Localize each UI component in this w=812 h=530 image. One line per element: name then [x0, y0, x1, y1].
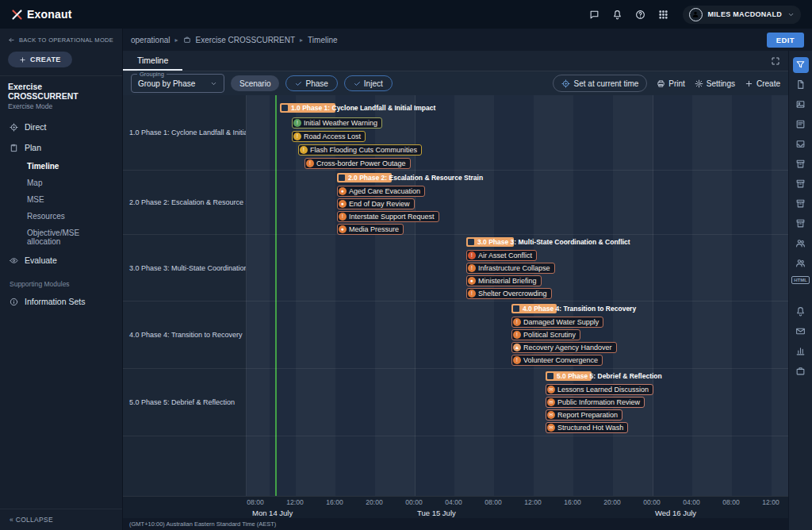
inject-pill[interactable]: !Cross-border Power Outage — [304, 158, 411, 169]
inject-pill[interactable]: ●End of Day Review — [337, 198, 415, 209]
sidebar-item-map[interactable]: Map — [0, 175, 122, 191]
help-icon[interactable] — [635, 10, 645, 20]
phase-bar-label: 1.0 Phase 1: Cyclone Landfall & Initial … — [291, 103, 435, 113]
notifications-icon[interactable] — [793, 303, 809, 319]
alert-inject-icon: ! — [513, 318, 521, 326]
alert-inject-icon: ! — [513, 356, 521, 364]
inject-pill[interactable]: ✉Report Preparation — [546, 409, 622, 421]
phase-bar-icon — [282, 105, 288, 111]
document-icon[interactable] — [793, 77, 809, 93]
sidebar-item-plan[interactable]: Plan — [0, 137, 122, 158]
inject-pill[interactable]: !Damaged Water Supply — [511, 317, 603, 328]
phase-bar[interactable]: 1.0 Phase 1: Cyclone Landfall & Initial … — [280, 103, 335, 113]
media-inject-icon: ● — [339, 225, 347, 233]
archive-icon-3[interactable] — [793, 196, 809, 212]
inject-pill[interactable]: ▲Recovery Agency Handover — [511, 342, 617, 353]
axis-hour-label: 16:00 — [564, 498, 580, 506]
alert-inject-icon: ! — [306, 159, 314, 167]
briefcase-icon[interactable] — [793, 363, 809, 378]
inject-pill[interactable]: !Air Asset Conflict — [466, 250, 537, 261]
archive-icon-4[interactable] — [793, 216, 809, 232]
phase-bar[interactable]: 4.0 Phase 4: Transition to Recovery — [511, 304, 557, 313]
back-label: BACK TO OPERATIONAL MODE — [19, 36, 113, 44]
inject-pill[interactable]: ✉Public Information Review — [546, 397, 645, 408]
tray-icon[interactable] — [793, 136, 809, 152]
timeline-group-label[interactable]: 5.0 Phase 5: Debrief & Reflection — [123, 369, 246, 436]
settings-button[interactable]: Settings — [695, 79, 735, 88]
users-icon-2[interactable] — [793, 255, 809, 271]
phase-bar[interactable]: 3.0 Phase 3: Multi-State Coordination & … — [466, 237, 514, 247]
sidebar-item-objective-mse-allocation[interactable]: Objective/MSE allocation — [0, 225, 122, 250]
image-icon[interactable] — [793, 97, 809, 113]
timeline-chart: 1.0 Phase 1: Cyclone Landfall & Initia..… — [123, 95, 788, 530]
user-menu[interactable]: MILES MACDONALD — [683, 6, 802, 24]
phase-bar-label: 4.0 Phase 4: Transition to Recovery — [523, 304, 636, 313]
report-icon[interactable] — [793, 343, 809, 359]
inject-pill[interactable]: !Shelter Overcrowding — [466, 288, 552, 299]
breadcrumb-exercise[interactable]: Exercise CROSSCURRENT — [196, 36, 296, 44]
fullscreen-icon[interactable] — [771, 56, 780, 66]
create-inject-button[interactable]: Create — [745, 79, 780, 88]
inject-label: Road Access Lost — [304, 132, 361, 140]
inject-pill[interactable]: !Road Access Lost — [292, 131, 366, 142]
toolbar-right: Set at current time Print Settings Creat… — [553, 75, 780, 92]
sidebar-item-resources[interactable]: Resources — [0, 208, 122, 225]
alert-inject-icon: ! — [339, 213, 347, 221]
breadcrumb-root[interactable]: operational — [131, 36, 170, 44]
conflict-inject-icon: ! — [468, 252, 476, 259]
mail-icon[interactable] — [793, 323, 809, 339]
inject-pill[interactable]: !Volunteer Convergence — [511, 355, 603, 366]
notifications-icon[interactable] — [612, 10, 622, 20]
inject-pill[interactable]: !Initial Weather Warning — [292, 117, 382, 129]
edit-button[interactable]: EDIT — [767, 33, 804, 48]
sidebar-item-mse[interactable]: MSE — [0, 191, 122, 208]
inject-pill[interactable]: ●Media Pressure — [337, 224, 404, 235]
set-at-current-time-button[interactable]: Set at current time — [553, 75, 648, 92]
filter-chip-phase[interactable]: Phase — [285, 75, 337, 91]
inject-pill[interactable]: ✉Structured Hot Wash — [546, 422, 628, 433]
sidebar-item-direct[interactable]: Direct — [0, 117, 122, 137]
phase-bar[interactable]: 5.0 Phase 5: Debrief & Reflection — [546, 371, 592, 381]
filter-chip-scenario[interactable]: Scenario — [231, 75, 279, 91]
users-icon[interactable] — [793, 236, 809, 252]
create-button[interactable]: CREATE — [8, 52, 72, 67]
back-to-operational-mode-button[interactable]: BACK TO OPERATIONAL MODE — [0, 29, 122, 48]
collapse-sidebar-button[interactable]: « COLLAPSE — [0, 509, 122, 530]
archive-icon[interactable] — [793, 156, 809, 172]
apps-icon[interactable] — [658, 10, 668, 20]
timeline-group-label[interactable]: 1.0 Phase 1: Cyclone Landfall & Initia..… — [123, 95, 246, 170]
main-content: Timeline Grouping Group by Phase Scenari… — [123, 51, 788, 530]
axis-hour-label: 20:00 — [366, 498, 382, 506]
sidebar-item-evaluate[interactable]: Evaluate — [0, 250, 122, 271]
archive-icon-2[interactable] — [793, 176, 809, 192]
timeline-group-track: 2.0 Phase 2: Escalation & Resource Strai… — [246, 171, 788, 234]
inject-pill[interactable]: ●Ministerial Briefing — [466, 275, 542, 286]
inject-label: Interstate Support Request — [349, 213, 435, 221]
timeline-group-label[interactable]: 4.0 Phase 4: Transition to Recovery — [123, 301, 246, 368]
inject-pill[interactable]: ●Aged Care Evacuation — [337, 186, 425, 197]
inject-pill[interactable]: ✉Lessons Learned Discussion — [546, 384, 653, 395]
phase-bar-icon — [547, 373, 553, 379]
avatar-icon — [689, 8, 703, 21]
sidebar-item-information-sets[interactable]: Information Sets — [0, 291, 122, 312]
print-button[interactable]: Print — [657, 79, 685, 88]
user-name: MILES MACDONALD — [708, 10, 783, 18]
inject-pill[interactable]: !Infrastructure Collapse — [466, 263, 555, 274]
timeline-group-label[interactable]: 3.0 Phase 3: Multi-State Coordination... — [123, 235, 246, 301]
inject-pill[interactable]: !Interstate Support Request — [337, 211, 439, 222]
timeline-group-label[interactable]: 2.0 Phase 2: Escalation & Resource S... — [123, 171, 246, 234]
current-time-icon — [561, 79, 570, 88]
inject-pill[interactable]: !Political Scrutiny — [511, 329, 580, 340]
sidebar-item-timeline[interactable]: Timeline — [0, 158, 122, 175]
html-icon[interactable]: HTML — [791, 276, 810, 284]
grouping-select[interactable]: Grouping Group by Phase — [131, 74, 224, 93]
filter-chip-inject[interactable]: Inject — [344, 75, 393, 91]
phase-bar[interactable]: 2.0 Phase 2: Escalation & Resource Strai… — [337, 173, 392, 182]
chip-label: Scenario — [239, 79, 270, 88]
tab-timeline[interactable]: Timeline — [123, 51, 182, 71]
panel-icon[interactable] — [793, 117, 809, 132]
nav-label: Timeline — [27, 162, 59, 171]
chat-icon[interactable] — [589, 10, 599, 20]
filter-icon[interactable] — [793, 57, 809, 73]
inject-pill[interactable]: !Flash Flooding Cuts Communities — [298, 144, 422, 156]
